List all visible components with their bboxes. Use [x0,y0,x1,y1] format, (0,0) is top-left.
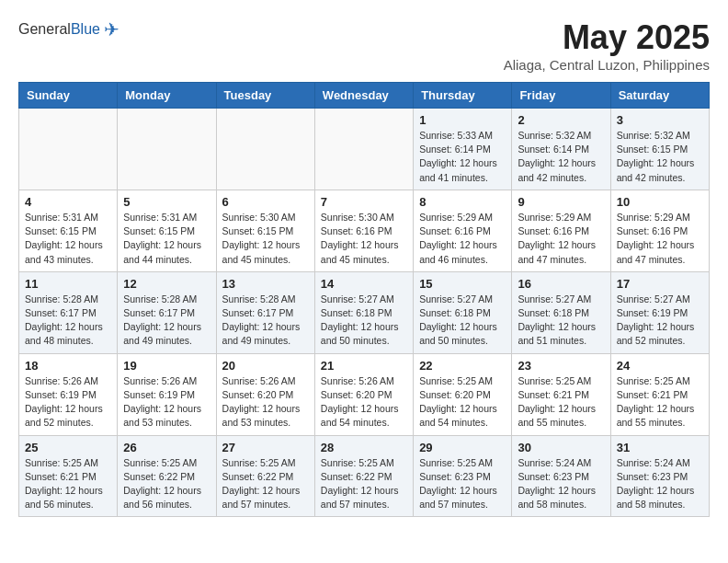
day-number: 19 [123,359,210,373]
calendar-cell [118,109,216,190]
week-row-2: 4Sunrise: 5:31 AM Sunset: 6:15 PM Daylig… [19,190,710,271]
day-number: 23 [518,359,604,373]
day-number: 6 [222,195,309,209]
weekday-header-sunday: Sunday [19,83,118,109]
day-number: 8 [419,195,506,209]
day-number: 22 [419,359,506,373]
day-info: Sunrise: 5:29 AM Sunset: 6:16 PM Dayligh… [518,211,604,267]
logo-blue: Blue [71,21,100,37]
day-number: 28 [321,441,407,454]
day-info: Sunrise: 5:31 AM Sunset: 6:15 PM Dayligh… [25,211,111,267]
week-row-4: 18Sunrise: 5:26 AM Sunset: 6:19 PM Dayli… [19,353,710,435]
calendar-cell: 5Sunrise: 5:31 AM Sunset: 6:15 PM Daylig… [118,190,216,271]
day-info: Sunrise: 5:26 AM Sunset: 6:19 PM Dayligh… [123,374,210,431]
day-info: Sunrise: 5:30 AM Sunset: 6:15 PM Dayligh… [222,211,309,267]
calendar-cell: 9Sunrise: 5:29 AM Sunset: 6:16 PM Daylig… [512,190,610,271]
calendar-cell: 3Sunrise: 5:32 AM Sunset: 6:15 PM Daylig… [610,109,709,190]
calendar-cell: 22Sunrise: 5:25 AM Sunset: 6:20 PM Dayli… [414,353,512,435]
day-info: Sunrise: 5:26 AM Sunset: 6:19 PM Dayligh… [25,374,111,431]
day-number: 15 [419,277,506,291]
day-number: 11 [25,277,111,291]
day-info: Sunrise: 5:33 AM Sunset: 6:14 PM Dayligh… [419,129,506,185]
calendar-cell: 24Sunrise: 5:25 AM Sunset: 6:21 PM Dayli… [610,353,709,435]
day-number: 2 [518,113,604,127]
calendar-table: SundayMondayTuesdayWednesdayThursdayFrid… [18,82,710,517]
day-number: 4 [25,195,111,209]
week-row-1: 1Sunrise: 5:33 AM Sunset: 6:14 PM Daylig… [19,109,710,190]
week-row-3: 11Sunrise: 5:28 AM Sunset: 6:17 PM Dayli… [19,271,710,353]
day-number: 26 [123,441,210,454]
day-number: 25 [25,441,111,454]
calendar-cell: 15Sunrise: 5:27 AM Sunset: 6:18 PM Dayli… [414,271,512,353]
calendar-cell: 17Sunrise: 5:27 AM Sunset: 6:19 PM Dayli… [610,271,709,353]
page-header: GeneralBlue ✈ May 2025 Aliaga, Central L… [18,18,710,73]
day-number: 29 [419,441,506,454]
calendar-cell: 10Sunrise: 5:29 AM Sunset: 6:16 PM Dayli… [610,190,709,271]
calendar-cell: 18Sunrise: 5:26 AM Sunset: 6:19 PM Dayli… [19,353,118,435]
calendar-cell: 25Sunrise: 5:25 AM Sunset: 6:21 PM Dayli… [19,435,118,517]
day-info: Sunrise: 5:32 AM Sunset: 6:15 PM Dayligh… [617,129,703,185]
calendar-cell [314,109,413,190]
calendar-cell: 13Sunrise: 5:28 AM Sunset: 6:17 PM Dayli… [216,271,314,353]
day-number: 24 [617,359,703,373]
calendar-cell: 8Sunrise: 5:29 AM Sunset: 6:16 PM Daylig… [414,190,512,271]
day-number: 21 [321,359,407,373]
weekday-header-saturday: Saturday [610,83,709,109]
calendar-cell: 29Sunrise: 5:25 AM Sunset: 6:23 PM Dayli… [414,435,512,517]
month-year: May 2025 [504,18,710,57]
weekday-header-wednesday: Wednesday [314,83,413,109]
title-block: May 2025 Aliaga, Central Luzon, Philippi… [504,18,710,73]
calendar-body: 1Sunrise: 5:33 AM Sunset: 6:14 PM Daylig… [19,109,710,517]
day-info: Sunrise: 5:28 AM Sunset: 6:17 PM Dayligh… [222,293,309,349]
calendar-cell: 14Sunrise: 5:27 AM Sunset: 6:18 PM Dayli… [314,271,413,353]
day-info: Sunrise: 5:26 AM Sunset: 6:20 PM Dayligh… [222,374,309,431]
day-info: Sunrise: 5:24 AM Sunset: 6:23 PM Dayligh… [518,456,604,512]
day-info: Sunrise: 5:24 AM Sunset: 6:23 PM Dayligh… [617,456,703,512]
calendar-cell: 2Sunrise: 5:32 AM Sunset: 6:14 PM Daylig… [512,109,610,190]
day-info: Sunrise: 5:25 AM Sunset: 6:20 PM Dayligh… [419,374,506,431]
day-number: 20 [222,359,309,373]
calendar-cell: 30Sunrise: 5:24 AM Sunset: 6:23 PM Dayli… [512,435,610,517]
day-info: Sunrise: 5:25 AM Sunset: 6:22 PM Dayligh… [123,456,210,512]
day-info: Sunrise: 5:25 AM Sunset: 6:21 PM Dayligh… [617,374,703,431]
day-info: Sunrise: 5:25 AM Sunset: 6:23 PM Dayligh… [419,456,506,512]
day-info: Sunrise: 5:28 AM Sunset: 6:17 PM Dayligh… [123,293,210,349]
day-number: 12 [123,277,210,291]
calendar-cell: 7Sunrise: 5:30 AM Sunset: 6:16 PM Daylig… [314,190,413,271]
calendar-cell: 20Sunrise: 5:26 AM Sunset: 6:20 PM Dayli… [216,353,314,435]
calendar-cell: 26Sunrise: 5:25 AM Sunset: 6:22 PM Dayli… [118,435,216,517]
calendar-cell [216,109,314,190]
calendar-cell: 31Sunrise: 5:24 AM Sunset: 6:23 PM Dayli… [610,435,709,517]
day-number: 18 [25,359,111,373]
day-info: Sunrise: 5:29 AM Sunset: 6:16 PM Dayligh… [617,211,703,267]
day-number: 3 [617,113,703,127]
day-number: 5 [123,195,210,209]
weekday-header-thursday: Thursday [414,83,512,109]
calendar-cell: 21Sunrise: 5:26 AM Sunset: 6:20 PM Dayli… [314,353,413,435]
day-info: Sunrise: 5:26 AM Sunset: 6:20 PM Dayligh… [321,374,407,431]
day-info: Sunrise: 5:32 AM Sunset: 6:14 PM Dayligh… [518,129,604,185]
day-info: Sunrise: 5:30 AM Sunset: 6:16 PM Dayligh… [321,211,407,267]
calendar-cell: 11Sunrise: 5:28 AM Sunset: 6:17 PM Dayli… [19,271,118,353]
calendar-cell: 6Sunrise: 5:30 AM Sunset: 6:15 PM Daylig… [216,190,314,271]
calendar-cell: 16Sunrise: 5:27 AM Sunset: 6:18 PM Dayli… [512,271,610,353]
day-number: 13 [222,277,309,291]
day-info: Sunrise: 5:27 AM Sunset: 6:18 PM Dayligh… [518,293,604,349]
weekday-header-tuesday: Tuesday [216,83,314,109]
day-number: 16 [518,277,604,291]
day-number: 14 [321,277,407,291]
day-number: 9 [518,195,604,209]
day-number: 30 [518,441,604,454]
day-info: Sunrise: 5:28 AM Sunset: 6:17 PM Dayligh… [25,293,111,349]
calendar-cell: 19Sunrise: 5:26 AM Sunset: 6:19 PM Dayli… [118,353,216,435]
logo-general: General [18,21,71,37]
day-number: 1 [419,113,506,127]
calendar-cell: 12Sunrise: 5:28 AM Sunset: 6:17 PM Dayli… [118,271,216,353]
week-row-5: 25Sunrise: 5:25 AM Sunset: 6:21 PM Dayli… [19,435,710,517]
day-number: 27 [222,441,309,454]
day-number: 17 [617,277,703,291]
calendar-cell: 4Sunrise: 5:31 AM Sunset: 6:15 PM Daylig… [19,190,118,271]
calendar-cell: 23Sunrise: 5:25 AM Sunset: 6:21 PM Dayli… [512,353,610,435]
day-info: Sunrise: 5:27 AM Sunset: 6:18 PM Dayligh… [321,293,407,349]
calendar-cell: 28Sunrise: 5:25 AM Sunset: 6:22 PM Dayli… [314,435,413,517]
